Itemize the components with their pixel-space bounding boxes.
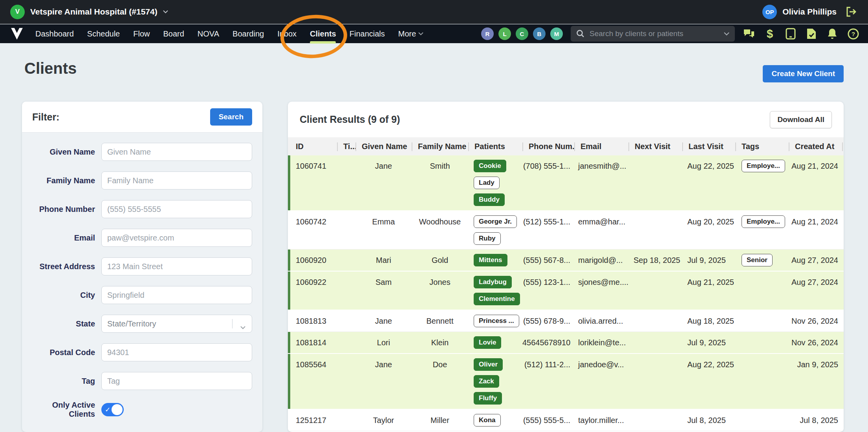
- search-icon: [576, 29, 585, 38]
- bell-icon[interactable]: [826, 27, 839, 40]
- logout-icon[interactable]: [845, 6, 858, 18]
- cell-next-visit: Sep 18, 2025: [628, 250, 682, 271]
- client-row-1081813[interactable]: 1081813JaneBennettPrincess ...(555) 678-…: [288, 310, 844, 332]
- global-search[interactable]: [571, 26, 735, 42]
- client-row-1085564[interactable]: 1085564JaneDoeOliverZackFluffy(512) 111-…: [288, 354, 844, 410]
- client-row-1251217[interactable]: 1251217TaylorMillerKona(555) 555-5...tay…: [288, 410, 844, 431]
- cell-patients: Lovie: [468, 332, 522, 353]
- cell-phone: (555) 678-9...: [522, 310, 574, 332]
- patient-badge-princess[interactable]: Princess ...: [474, 315, 519, 327]
- cell-next-visit: [628, 410, 682, 431]
- cell-next-visit: [628, 272, 682, 310]
- download-all-button[interactable]: Download All: [770, 111, 832, 128]
- chat-icon[interactable]: [743, 27, 755, 40]
- chevron-down-icon: [418, 32, 423, 35]
- user-menu: OP Olivia Phillips: [762, 5, 858, 19]
- cell-title: [337, 250, 355, 271]
- cell-last-visit: Jul 8, 2025: [682, 410, 735, 431]
- search-input[interactable]: [589, 29, 720, 38]
- patient-badge-buddy[interactable]: Buddy: [474, 193, 505, 206]
- team-avatar-c[interactable]: C: [516, 27, 528, 40]
- select-divider: [232, 319, 233, 328]
- client-row-1060922[interactable]: 1060922SamJonesLadybugClementine(555) 12…: [288, 272, 844, 310]
- filter-label-state: State: [32, 319, 95, 328]
- cell-title: [337, 332, 355, 353]
- patient-badge-cookie[interactable]: Cookie: [474, 160, 506, 172]
- nav-item-financials[interactable]: Financials: [350, 29, 385, 38]
- filter-input-postal-code[interactable]: [101, 343, 252, 361]
- patient-badge-lady[interactable]: Lady: [474, 177, 500, 189]
- patient-badge-ladybug[interactable]: Ladybug: [474, 276, 512, 288]
- help-icon[interactable]: ?: [847, 27, 859, 40]
- nav-item-boarding[interactable]: Boarding: [233, 29, 264, 38]
- filter-input-given-name[interactable]: [101, 143, 252, 161]
- vetspire-logo-icon[interactable]: [9, 27, 25, 41]
- document-check-icon[interactable]: [805, 27, 818, 40]
- client-row-1060920[interactable]: 1060920MariGoldMittens(555) 567-8...mari…: [288, 250, 844, 272]
- cell-title: [337, 410, 355, 431]
- patient-badge-mittens[interactable]: Mittens: [474, 254, 507, 266]
- team-avatar-b[interactable]: B: [533, 27, 546, 40]
- nav-item-nova[interactable]: NOVA: [198, 29, 219, 38]
- patient-badge-kona[interactable]: Kona: [474, 414, 501, 427]
- patient-badge-ruby[interactable]: Ruby: [474, 232, 501, 245]
- filter-search-button[interactable]: Search: [210, 108, 252, 126]
- create-new-client-button[interactable]: Create New Client: [763, 65, 844, 82]
- patient-badge-fluffy[interactable]: Fluffy: [474, 392, 502, 405]
- cell-patients: Mittens: [468, 250, 522, 271]
- cell-created-at: Aug 27, 2024: [789, 250, 844, 271]
- filter-panel: Filter: Search Given NameFamily NamePhon…: [22, 102, 262, 432]
- chevron-down-icon[interactable]: [724, 32, 729, 36]
- tablet-icon[interactable]: [784, 27, 797, 40]
- team-avatar-m[interactable]: M: [550, 27, 563, 40]
- filter-input-tag[interactable]: [101, 372, 252, 390]
- client-tag-employe: Employe...: [742, 160, 785, 172]
- filter-input-city[interactable]: [101, 286, 252, 304]
- filter-label-family-name: Family Name: [32, 176, 95, 185]
- filter-field-state: StateState/Territory: [32, 315, 252, 333]
- nav-item-dashboard[interactable]: Dashboard: [35, 29, 74, 38]
- patient-badge-oliver[interactable]: Oliver: [474, 358, 503, 371]
- cell-given-name: Sam: [355, 272, 412, 310]
- nav-item-board[interactable]: Board: [163, 29, 184, 38]
- state-select[interactable]: State/Territory: [101, 315, 252, 333]
- cell-given-name: Emma: [355, 211, 412, 249]
- cell-family-name: Doe: [412, 354, 468, 409]
- filter-input-street-address[interactable]: [101, 257, 252, 275]
- filter-label-street-address: Street Address: [32, 262, 95, 271]
- nav-item-flow[interactable]: Flow: [133, 29, 150, 38]
- only-active-clients-toggle[interactable]: ✓: [101, 403, 124, 416]
- results-title: Client Results (9 of 9): [300, 114, 400, 125]
- patient-badge-lovie[interactable]: Lovie: [474, 336, 501, 349]
- cell-email: taylor.miller...: [574, 410, 628, 431]
- nav-item-label: Clients: [310, 29, 336, 38]
- client-row-1060741[interactable]: 1060741JaneSmithCookieLadyBuddy(708) 555…: [288, 155, 844, 211]
- filter-input-family-name[interactable]: [101, 171, 252, 190]
- cell-patients: Kona: [468, 410, 522, 431]
- nav-item-inbox[interactable]: Inbox: [277, 29, 297, 38]
- cell-title: [337, 354, 355, 409]
- user-avatar[interactable]: OP: [762, 5, 777, 19]
- client-row-1060742[interactable]: 1060742EmmaWoodhouseGeorge Jr.Ruby(512) …: [288, 211, 844, 250]
- cell-given-name: Lori: [355, 332, 412, 353]
- column-header-phone-num: Phone Num...: [522, 142, 574, 151]
- cell-last-visit: Jul 9, 2025: [682, 250, 735, 271]
- team-avatar-r[interactable]: R: [481, 27, 494, 40]
- patient-badge-clementine[interactable]: Clementine: [474, 293, 520, 305]
- patient-badge-zack[interactable]: Zack: [474, 375, 499, 388]
- team-avatar-l[interactable]: L: [498, 27, 511, 40]
- check-icon: ✓: [105, 406, 110, 414]
- filter-input-email[interactable]: [101, 229, 252, 247]
- patient-badge-george-jr[interactable]: George Jr.: [474, 215, 517, 228]
- chevron-down-icon: [163, 10, 168, 13]
- cell-title: [337, 310, 355, 332]
- client-row-1081814[interactable]: 1081814LoriKleinLovie45645678910loriklei…: [288, 332, 844, 354]
- nav-item-schedule[interactable]: Schedule: [87, 29, 120, 38]
- organization-selector[interactable]: V Vetspire Animal Hospital (#1574): [10, 5, 168, 19]
- nav-item-clients[interactable]: Clients: [310, 29, 336, 38]
- cell-patients: LadybugClementine: [468, 272, 522, 310]
- dollar-icon[interactable]: $: [764, 27, 776, 40]
- cell-next-visit: [628, 155, 682, 210]
- filter-input-phone-number[interactable]: [101, 200, 252, 218]
- nav-item-more[interactable]: More: [398, 29, 424, 38]
